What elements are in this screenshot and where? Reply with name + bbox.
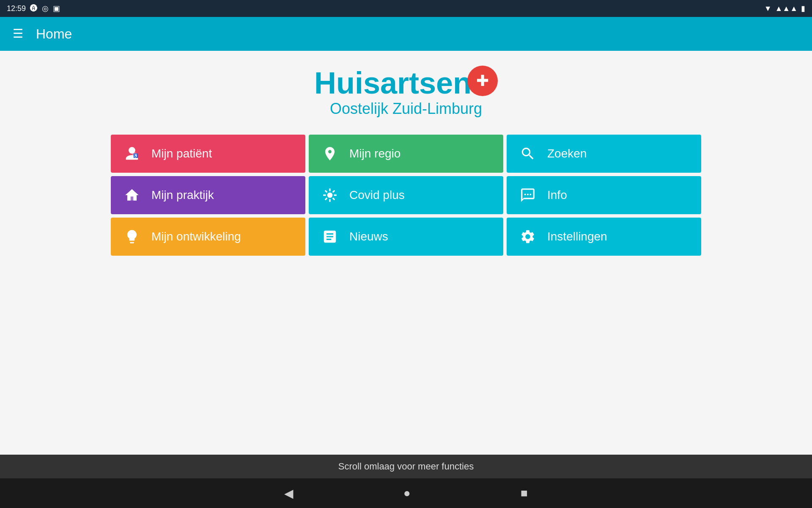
house-icon <box>123 187 141 203</box>
status-icon-b: ◎ <box>42 4 49 13</box>
logo-title-row: Huisartsen ✚ <box>314 68 498 98</box>
status-icon-c: ▣ <box>53 4 60 13</box>
bulb-icon <box>123 229 141 245</box>
svg-point-13 <box>524 194 526 196</box>
mijn-patient-label: Mijn patiënt <box>151 147 212 160</box>
status-bar: 12:59 🅐 ◎ ▣ ▼ ▲▲▲ ▮ <box>0 0 812 17</box>
logo-area: Huisartsen ✚ Oostelijk Zuid-Limburg <box>314 68 498 118</box>
svg-line-8 <box>325 190 327 192</box>
wifi-icon: ▼ <box>764 4 772 13</box>
recent-apps-button[interactable]: ■ <box>521 486 528 500</box>
patient-icon: ♿ <box>123 146 141 162</box>
svg-rect-2 <box>131 196 133 201</box>
search-icon <box>518 146 537 162</box>
info-label: Info <box>547 188 567 202</box>
news-icon <box>321 229 339 245</box>
info-button[interactable]: Info <box>507 176 701 214</box>
mijn-ontwikkeling-label: Mijn ontwikkeling <box>151 230 241 243</box>
mijn-praktijk-button[interactable]: Mijn praktijk <box>111 176 305 214</box>
main-content: Huisartsen ✚ Oostelijk Zuid-Limburg ♿ Mi… <box>0 51 812 455</box>
scroll-hint: Scroll omlaag voor meer functies <box>0 455 812 478</box>
android-nav-bar: ◀ ● ■ <box>0 478 812 508</box>
covid-plus-label: Covid plus <box>349 188 405 202</box>
status-bar-right: ▼ ▲▲▲ ▮ <box>764 4 805 13</box>
status-time: 12:59 <box>7 4 26 13</box>
svg-text:♿: ♿ <box>133 153 138 158</box>
zoeken-label: Zoeken <box>547 147 587 160</box>
home-button[interactable]: ● <box>403 486 411 500</box>
mijn-regio-button[interactable]: Mijn regio <box>309 135 503 173</box>
logo-subtitle: Oostelijk Zuid-Limburg <box>330 100 482 118</box>
battery-icon: ▮ <box>801 4 805 13</box>
back-button[interactable]: ◀ <box>284 486 294 500</box>
nieuws-button[interactable]: Nieuws <box>309 218 503 256</box>
status-icon-a: 🅐 <box>30 4 38 13</box>
signal-icon: ▲▲▲ <box>775 4 798 13</box>
instellingen-label: Instellingen <box>547 230 607 243</box>
status-bar-left: 12:59 🅐 ◎ ▣ <box>7 4 60 13</box>
app-bar: ☰ Home <box>0 17 812 51</box>
instellingen-button[interactable]: Instellingen <box>507 218 701 256</box>
location-icon <box>321 146 339 162</box>
covid-plus-button[interactable]: Covid plus <box>309 176 503 214</box>
chat-icon <box>518 187 537 203</box>
mijn-ontwikkeling-button[interactable]: Mijn ontwikkeling <box>111 218 305 256</box>
mijn-patient-button[interactable]: ♿ Mijn patiënt <box>111 135 305 173</box>
logo-badge-icon: ✚ <box>476 73 489 88</box>
svg-point-14 <box>527 194 529 196</box>
hamburger-menu-icon[interactable]: ☰ <box>13 28 23 40</box>
nieuws-label: Nieuws <box>349 230 388 243</box>
svg-line-10 <box>325 198 327 200</box>
logo-badge: ✚ <box>467 66 498 96</box>
svg-line-9 <box>333 198 335 200</box>
gear-icon <box>518 229 537 245</box>
virus-icon <box>321 187 339 203</box>
app-bar-title: Home <box>36 26 72 42</box>
mijn-praktijk-label: Mijn praktijk <box>151 188 214 202</box>
mijn-regio-label: Mijn regio <box>349 147 401 160</box>
svg-point-15 <box>529 194 531 196</box>
scroll-hint-text: Scroll omlaag voor meer functies <box>338 461 474 472</box>
svg-line-11 <box>333 190 335 192</box>
zoeken-button[interactable]: Zoeken <box>507 135 701 173</box>
menu-grid: ♿ Mijn patiënt Mijn regio Zoeken <box>111 135 701 256</box>
logo-title: Huisartsen <box>314 68 472 98</box>
